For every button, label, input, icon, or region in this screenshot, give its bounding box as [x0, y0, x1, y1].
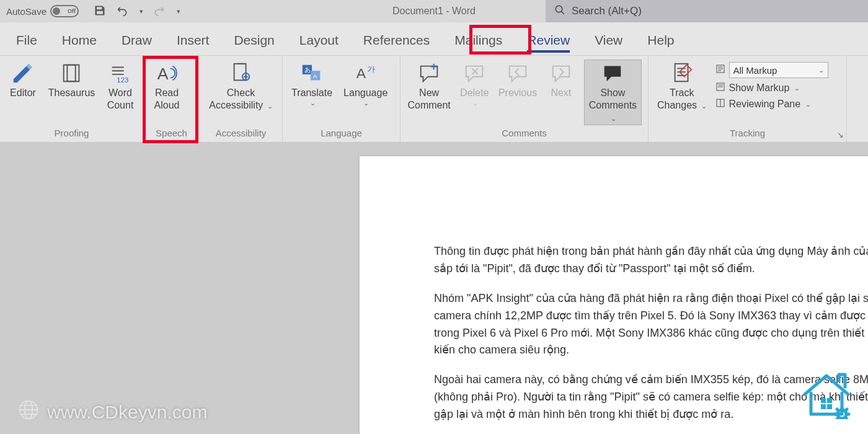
tab-insert[interactable]: Insert: [164, 27, 222, 55]
group-tracking: Track Changes ⌄ All Markup⌄ Show Markup …: [649, 56, 847, 142]
tab-references[interactable]: References: [351, 27, 442, 55]
tab-help[interactable]: Help: [635, 27, 686, 55]
thesaurus-button[interactable]: Thesaurus: [46, 60, 97, 100]
tab-draw[interactable]: Draw: [109, 27, 164, 55]
chevron-down-icon: ⌄: [805, 100, 811, 108]
new-comment-button[interactable]: New Comment: [407, 60, 451, 113]
group-speech: A Read Aloud Speech: [144, 56, 200, 142]
globe-icon: [17, 399, 40, 425]
chevron-down-icon: ⌄: [472, 99, 478, 108]
group-label-comments: Comments: [407, 125, 642, 142]
group-comments: New Comment Delete ⌄ Previous Next Show …: [401, 56, 649, 142]
chevron-down-icon: ⌄: [611, 115, 616, 122]
language-button[interactable]: A가 Language ⌄: [341, 60, 390, 109]
svg-rect-20: [827, 398, 832, 403]
document-area: Thông tin được phát hiện trong bản phát …: [0, 143, 868, 434]
group-label-proofing: Proofing: [6, 125, 137, 142]
word-count-button[interactable]: 123 Word Count: [104, 60, 137, 113]
group-label-accessibility: Accessibility: [206, 125, 276, 142]
chevron-down-icon: ⌄: [363, 99, 369, 108]
undo-dropdown-icon[interactable]: ▾: [140, 7, 143, 16]
svg-text:123: 123: [117, 76, 128, 84]
svg-text:A: A: [313, 73, 317, 79]
track-changes-button[interactable]: Track Changes ⌄: [655, 60, 709, 113]
markup-mini-icon: [715, 64, 725, 76]
show-markup-icon: [715, 82, 725, 94]
chevron-down-icon: ⌄: [701, 102, 707, 110]
watermark: www.CDkeyvn.com: [17, 399, 207, 425]
autosave-switch-off[interactable]: Off: [50, 5, 79, 17]
group-label-tracking: Tracking: [655, 125, 840, 142]
group-proofing: Editor Thesaurus 123 Word Count Proofing: [0, 56, 144, 142]
ribbon-tabs: File Home Draw Insert Design Layout Refe…: [0, 22, 868, 56]
autosave-label: AutoSave: [6, 6, 46, 17]
paragraph[interactable]: Thông tin được phát hiện trong bản phát …: [434, 243, 868, 278]
search-placeholder: Search (Alt+Q): [572, 5, 642, 17]
editor-icon: [11, 61, 35, 86]
paragraph[interactable]: Nhóm "APK Insight" của cửa hàng đã phát …: [434, 290, 868, 360]
svg-rect-5: [234, 64, 246, 81]
svg-text:あ: あ: [304, 66, 311, 73]
check-accessibility-button[interactable]: Check Accessibility ⌄: [206, 60, 275, 113]
svg-rect-2: [67, 65, 79, 82]
qat-customize-icon[interactable]: ▾: [177, 7, 180, 16]
document-page[interactable]: Thông tin được phát hiện trong bản phát …: [360, 156, 868, 434]
chevron-down-icon: ⌄: [310, 99, 316, 108]
read-aloud-icon: A: [154, 61, 179, 86]
svg-point-0: [556, 6, 562, 12]
tab-review[interactable]: Review: [515, 27, 582, 55]
next-comment-button: Next: [544, 60, 578, 100]
editor-button[interactable]: Editor: [6, 60, 40, 100]
language-icon: A가: [353, 61, 378, 86]
reviewing-pane-button[interactable]: Reviewing Pane ⌄: [715, 98, 828, 110]
undo-icon[interactable]: [116, 4, 128, 19]
show-markup-button[interactable]: Show Markup ⌄: [715, 82, 828, 94]
group-accessibility: Check Accessibility ⌄ Accessibility: [200, 56, 283, 142]
thesaurus-icon: [60, 61, 84, 86]
delete-comment-icon: [462, 61, 487, 86]
translate-icon: あA: [299, 61, 324, 86]
svg-text:가: 가: [367, 64, 375, 74]
group-label-speech: Speech: [150, 125, 193, 142]
accessibility-icon: [229, 61, 254, 86]
previous-comment-button: Previous: [497, 60, 538, 100]
new-comment-icon: [417, 61, 441, 86]
svg-text:A: A: [157, 64, 169, 83]
search-box[interactable]: Search (Alt+Q): [546, 0, 868, 22]
svg-text:A: A: [356, 65, 366, 81]
autosave-toggle[interactable]: AutoSave Off: [0, 5, 85, 17]
document-title: Document1 - Word: [392, 6, 476, 17]
svg-rect-1: [63, 65, 75, 82]
translate-button[interactable]: あA Translate ⌄: [289, 60, 335, 109]
tracking-dialog-launcher-icon[interactable]: ↘: [837, 130, 844, 140]
track-changes-icon: [670, 61, 694, 86]
show-comments-button[interactable]: Show Comments ⌄: [584, 60, 642, 125]
chevron-down-icon: ⌄: [818, 66, 824, 74]
tab-mailings[interactable]: Mailings: [442, 27, 515, 55]
markup-display-select[interactable]: All Markup⌄: [715, 62, 828, 78]
reviewing-pane-icon: [715, 98, 725, 110]
watermark-text: www.CDkeyvn.com: [47, 402, 207, 423]
svg-rect-21: [821, 404, 826, 409]
redo-icon[interactable]: [153, 4, 166, 19]
tab-design[interactable]: Design: [221, 27, 286, 55]
tab-home[interactable]: Home: [50, 27, 109, 55]
search-icon: [554, 4, 565, 19]
read-aloud-button[interactable]: A Read Aloud: [150, 60, 184, 113]
group-label-language: Language: [289, 125, 394, 142]
tab-view[interactable]: View: [582, 27, 635, 55]
svg-rect-19: [821, 398, 826, 403]
group-language: あA Translate ⌄ A가 Language ⌄ Language: [283, 56, 401, 142]
chevron-down-icon: ⌄: [794, 84, 800, 92]
chevron-down-icon: ⌄: [267, 102, 273, 110]
show-comments-icon: [600, 61, 625, 86]
tab-layout[interactable]: Layout: [287, 27, 351, 55]
next-comment-icon: [549, 61, 574, 86]
title-bar: AutoSave Off ▾ ▾ Document1 - Word Search…: [0, 0, 868, 22]
svg-rect-22: [827, 404, 832, 409]
tab-file[interactable]: File: [4, 27, 50, 55]
save-icon[interactable]: [94, 4, 106, 19]
delete-comment-button: Delete ⌄: [458, 60, 491, 109]
ribbon: Editor Thesaurus 123 Word Count Proofing…: [0, 56, 868, 143]
quick-access-toolbar: ▾ ▾: [85, 4, 189, 19]
